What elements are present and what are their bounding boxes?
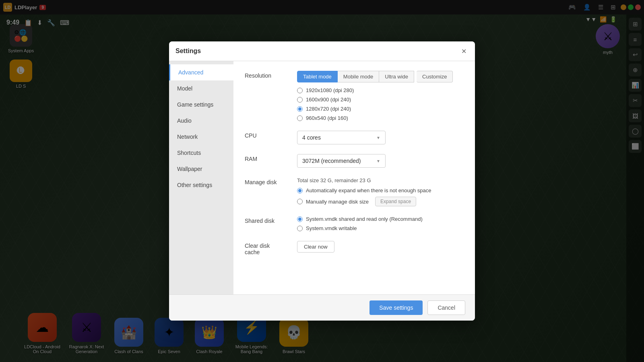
res-label-1280: 1280x720 (dpi 240) (306, 106, 351, 112)
modal-footer: Save settings Cancel (169, 294, 475, 321)
res-radio-960[interactable] (297, 115, 303, 121)
shared-disk-options: System.vmdk shared and read only (Recomm… (297, 216, 464, 231)
cancel-button[interactable]: Cancel (427, 300, 465, 315)
modal-overlay: Settings ✕ Advanced Model Game settings … (0, 0, 644, 362)
ram-dropdown[interactable]: 3072M (recommended) ▼ (297, 154, 386, 168)
save-settings-button[interactable]: Save settings (369, 300, 423, 315)
shared-disk-label: Shared disk (245, 216, 289, 224)
resolution-control: Tablet mode Mobile mode Ultra wide Custo… (297, 71, 464, 121)
shared-disk-row: Shared disk System.vmdk shared and read … (245, 216, 464, 231)
cpu-dropdown-arrow: ▼ (376, 136, 380, 140)
disk-radio-manual[interactable] (297, 199, 303, 204)
clear-disk-control: Clear now (297, 241, 464, 253)
cpu-control: 4 cores ▼ (297, 131, 464, 144)
ram-value: 3072M (recommended) (302, 158, 361, 164)
clear-disk-row: Clear disk cache Clear now (245, 241, 464, 255)
clear-disk-label: Clear disk cache (245, 241, 289, 255)
cpu-value: 4 cores (302, 134, 321, 141)
shared-disk-control: System.vmdk shared and read only (Recomm… (297, 216, 464, 231)
cpu-dropdown[interactable]: 4 cores ▼ (297, 131, 386, 144)
res-radio-1280[interactable] (297, 106, 303, 112)
modal-nav: Advanced Model Game settings Audio Netwo… (169, 61, 233, 294)
cpu-label: CPU (245, 131, 289, 139)
shared-label-readonly: System.vmdk shared and read only (Recomm… (306, 216, 423, 222)
res-label-960: 960x540 (dpi 160) (306, 115, 348, 121)
manage-disk-row: Manage disk Total size 32 G, remainder 2… (245, 177, 464, 206)
tab-ultrawide[interactable]: Ultra wide (379, 71, 414, 82)
modal-titlebar: Settings ✕ (169, 41, 475, 61)
resolution-options: 1920x1080 (dpi 280) 644x362 (dpi 240) 1… (297, 87, 464, 121)
modal-body: Advanced Model Game settings Audio Netwo… (169, 61, 475, 294)
res-option-1600[interactable]: 644x362 (dpi 240) (297, 97, 464, 103)
nav-item-other[interactable]: Other settings (169, 177, 233, 193)
disk-radio-auto[interactable] (297, 188, 303, 193)
tab-tablet[interactable]: Tablet mode (297, 71, 338, 82)
shared-option-writable[interactable]: System.vmdk writable (297, 225, 464, 231)
disk-info: Total size 32 G, remainder 23 G (297, 177, 464, 183)
shared-option-readonly[interactable]: System.vmdk shared and read only (Recomm… (297, 216, 464, 222)
ram-row: RAM 3072M (recommended) ▼ (245, 154, 464, 168)
modal-title: Settings (175, 47, 201, 55)
ram-control: 3072M (recommended) ▼ (297, 154, 464, 168)
resolution-tabs: Tablet mode Mobile mode Ultra wide Custo… (297, 71, 464, 82)
shared-radio-writable[interactable] (297, 226, 303, 231)
nav-item-game-settings[interactable]: Game settings (169, 97, 233, 113)
res-label-1920: 1920x1080 (dpi 280) (306, 87, 354, 93)
shared-radio-readonly[interactable] (297, 216, 303, 222)
res-option-1280[interactable]: 1280x720 (dpi 240) (297, 106, 464, 112)
disk-option-manual[interactable]: Manually manage disk size Expand space (297, 197, 464, 206)
disk-option-auto[interactable]: Automatically expand when there is not e… (297, 187, 464, 193)
ram-dropdown-arrow: ▼ (376, 159, 380, 163)
nav-item-model[interactable]: Model (169, 80, 233, 97)
nav-item-audio[interactable]: Audio (169, 113, 233, 129)
modal-close-button[interactable]: ✕ (459, 46, 469, 56)
modal-content: Resolution Tablet mode Mobile mode Ultra… (233, 61, 475, 294)
disk-label-manual: Manually manage disk size (306, 199, 369, 205)
res-label-1600: 644x362 (dpi 240) (306, 97, 351, 103)
res-option-960[interactable]: 960x540 (dpi 160) (297, 115, 464, 121)
tab-mobile[interactable]: Mobile mode (338, 71, 379, 82)
manage-disk-control: Total size 32 G, remainder 23 G Automati… (297, 177, 464, 206)
disk-options: Automatically expand when there is not e… (297, 187, 464, 206)
shared-label-writable: System.vmdk writable (306, 225, 357, 231)
ram-label: RAM (245, 154, 289, 162)
clear-disk-label-1: Clear disk (245, 243, 270, 249)
clear-now-button[interactable]: Clear now (297, 241, 334, 253)
resolution-row: Resolution Tablet mode Mobile mode Ultra… (245, 71, 464, 121)
res-radio-1600[interactable] (297, 97, 303, 103)
res-option-1920[interactable]: 1920x1080 (dpi 280) (297, 87, 464, 93)
nav-item-network[interactable]: Network (169, 129, 233, 145)
nav-item-shortcuts[interactable]: Shortcuts (169, 145, 233, 161)
settings-modal: Settings ✕ Advanced Model Game settings … (169, 41, 475, 321)
disk-label-auto: Automatically expand when there is not e… (306, 187, 431, 193)
resolution-label: Resolution (245, 71, 289, 79)
expand-space-button[interactable]: Expand space (375, 197, 416, 206)
clear-disk-label-2: cache (245, 249, 260, 255)
nav-item-wallpaper[interactable]: Wallpaper (169, 161, 233, 177)
cpu-row: CPU 4 cores ▼ (245, 131, 464, 144)
res-radio-1920[interactable] (297, 88, 303, 93)
manage-disk-label: Manage disk (245, 177, 289, 185)
tab-customize[interactable]: Customize (417, 71, 453, 82)
nav-item-advanced[interactable]: Advanced (169, 64, 233, 80)
